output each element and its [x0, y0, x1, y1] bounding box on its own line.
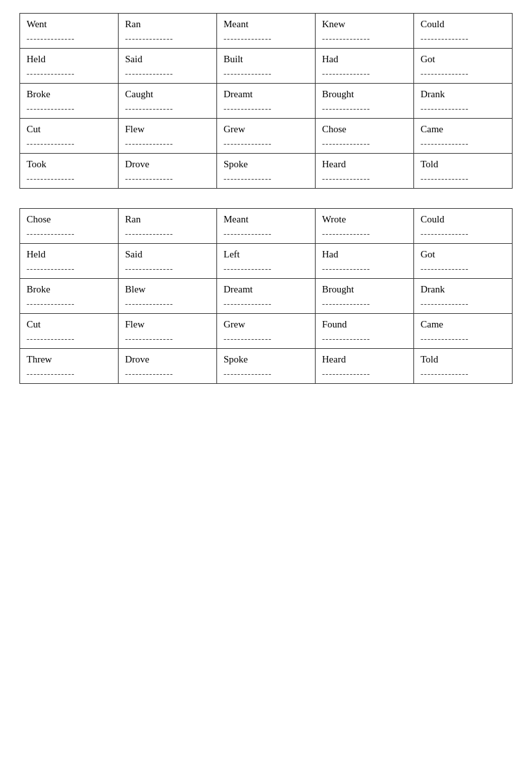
table-cell: Caught--------------: [119, 84, 217, 119]
cell-line: --------------: [224, 104, 308, 114]
cell-word: Told: [421, 159, 505, 170]
cell-line: --------------: [125, 334, 210, 344]
cell-word: Wrote: [322, 214, 407, 225]
table-cell: Held--------------: [20, 49, 119, 84]
cell-line: --------------: [125, 299, 210, 309]
table-cell: Cut--------------: [20, 119, 119, 154]
table-cell: Told--------------: [414, 154, 513, 189]
table-1: Went--------------Ran--------------Meant…: [19, 13, 513, 189]
cell-word: Found: [322, 319, 407, 330]
cell-word: Brought: [322, 284, 407, 295]
cell-line: --------------: [27, 229, 111, 239]
cell-word: Drove: [125, 159, 210, 170]
table-cell: Meant--------------: [217, 14, 316, 49]
table-cell: Spoke--------------: [217, 154, 316, 189]
cell-word: Grew: [224, 124, 308, 135]
table-cell: Dreamt--------------: [217, 84, 316, 119]
cell-line: --------------: [421, 34, 505, 44]
cell-line: --------------: [224, 174, 308, 184]
table-cell: Heard--------------: [316, 349, 414, 384]
cell-line: --------------: [322, 104, 407, 114]
cell-line: --------------: [421, 229, 505, 239]
table-cell: Ran--------------: [119, 14, 217, 49]
table-cell: Knew--------------: [316, 14, 414, 49]
cell-line: --------------: [125, 229, 210, 239]
cell-line: --------------: [125, 104, 210, 114]
cell-word: Had: [322, 54, 407, 65]
table-cell: Told--------------: [414, 349, 513, 384]
cell-word: Chose: [27, 214, 111, 225]
table-cell: Drank--------------: [414, 84, 513, 119]
cell-line: --------------: [224, 34, 308, 44]
cell-word: Ran: [125, 214, 210, 225]
table-cell: Said--------------: [119, 244, 217, 279]
table-cell: Drank--------------: [414, 279, 513, 314]
cell-line: --------------: [125, 264, 210, 274]
cell-line: --------------: [322, 334, 407, 344]
table-1-container: Went--------------Ran--------------Meant…: [19, 13, 513, 189]
cell-line: --------------: [27, 369, 111, 379]
table-cell: Broke--------------: [20, 84, 119, 119]
cell-word: Drove: [125, 354, 210, 365]
table-cell: Flew--------------: [119, 119, 217, 154]
cell-line: --------------: [224, 369, 308, 379]
cell-word: Could: [421, 19, 505, 30]
cell-word: Said: [125, 54, 210, 65]
cell-word: Got: [421, 249, 505, 260]
cell-word: Dreamt: [224, 89, 308, 100]
table-cell: Could--------------: [414, 14, 513, 49]
cell-line: --------------: [224, 69, 308, 79]
table-cell: Built--------------: [217, 49, 316, 84]
cell-line: --------------: [125, 139, 210, 149]
table-cell: Took--------------: [20, 154, 119, 189]
cell-line: --------------: [27, 34, 111, 44]
cell-word: Blew: [125, 284, 210, 295]
cell-line: --------------: [322, 299, 407, 309]
cell-word: Brought: [322, 89, 407, 100]
table-cell: Ran--------------: [119, 209, 217, 244]
cell-word: Came: [421, 319, 505, 330]
cell-line: --------------: [224, 334, 308, 344]
cell-line: --------------: [421, 369, 505, 379]
cell-word: Heard: [322, 159, 407, 170]
cell-line: --------------: [224, 264, 308, 274]
table-cell: Flew--------------: [119, 314, 217, 349]
cell-word: Told: [421, 354, 505, 365]
cell-line: --------------: [27, 264, 111, 274]
table-cell: Could--------------: [414, 209, 513, 244]
cell-line: --------------: [421, 69, 505, 79]
cell-line: --------------: [27, 69, 111, 79]
cell-word: Heard: [322, 354, 407, 365]
table-cell: Wrote--------------: [316, 209, 414, 244]
cell-line: --------------: [421, 299, 505, 309]
cell-word: Cut: [27, 319, 111, 330]
table-cell: Drove--------------: [119, 349, 217, 384]
cell-line: --------------: [322, 369, 407, 379]
table-cell: Meant--------------: [217, 209, 316, 244]
table-cell: Brought--------------: [316, 279, 414, 314]
table-2: Chose--------------Ran--------------Mean…: [19, 208, 513, 384]
cell-line: --------------: [322, 34, 407, 44]
cell-word: Broke: [27, 284, 111, 295]
cell-word: Flew: [125, 319, 210, 330]
cell-word: Said: [125, 249, 210, 260]
table-cell: Got--------------: [414, 49, 513, 84]
table-cell: Chose--------------: [316, 119, 414, 154]
cell-word: Ran: [125, 19, 210, 30]
table-cell: Found--------------: [316, 314, 414, 349]
table-cell: Came--------------: [414, 119, 513, 154]
table-cell: Blew--------------: [119, 279, 217, 314]
cell-word: Went: [27, 19, 111, 30]
cell-word: Took: [27, 159, 111, 170]
cell-word: Got: [421, 54, 505, 65]
cell-line: --------------: [322, 139, 407, 149]
cell-word: Meant: [224, 214, 308, 225]
cell-line: --------------: [421, 174, 505, 184]
table-cell: Had--------------: [316, 49, 414, 84]
cell-line: --------------: [27, 299, 111, 309]
table-cell: Threw--------------: [20, 349, 119, 384]
table-cell: Went--------------: [20, 14, 119, 49]
cell-line: --------------: [224, 139, 308, 149]
cell-word: Broke: [27, 89, 111, 100]
table-cell: Heard--------------: [316, 154, 414, 189]
